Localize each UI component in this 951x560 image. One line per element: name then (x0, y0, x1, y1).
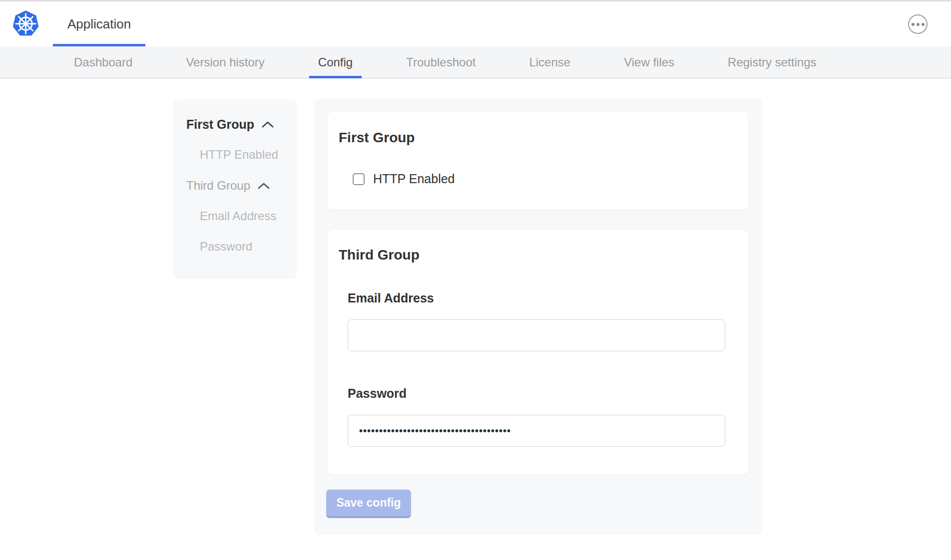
tab-version-history-label: Version history (186, 55, 264, 69)
save-config-button[interactable]: Save config (326, 490, 411, 518)
password-input[interactable] (348, 415, 725, 447)
config-form-panel: First Group HTTP Enabled Third Group Ema… (314, 99, 762, 535)
ellipsis-icon (912, 23, 925, 26)
config-group-card-third: Third Group Email Address Password (328, 230, 748, 475)
chevron-up-icon (257, 182, 271, 190)
sidebar-group-third-group-label: Third Group (186, 179, 250, 193)
tab-config[interactable]: Config (309, 46, 362, 78)
app-nav-bar: Dashboard Version history Config Trouble… (0, 46, 951, 78)
kubernetes-logo-icon (12, 10, 39, 37)
sidebar-item-email-address-label: Email Address (200, 209, 276, 223)
sidebar-item-http-enabled-label: HTTP Enabled (200, 148, 278, 162)
password-label: Password (348, 386, 407, 401)
chevron-up-icon (261, 120, 275, 129)
sidebar-group-third-group[interactable]: Third Group (186, 178, 271, 193)
tab-view-files[interactable]: View files (615, 46, 683, 78)
tab-version-history[interactable]: Version history (177, 46, 273, 78)
tab-dashboard-label: Dashboard (74, 55, 132, 69)
http-enabled-checkbox[interactable] (353, 173, 365, 185)
overflow-menu-button[interactable] (908, 14, 928, 34)
app-header: Application (0, 1, 951, 46)
email-address-label: Email Address (348, 291, 434, 305)
tab-config-label: Config (318, 55, 353, 69)
tab-view-files-label: View files (624, 55, 674, 69)
group-title-third: Third Group (339, 247, 420, 263)
sidebar-group-first-group[interactable]: First Group (186, 117, 275, 132)
config-nav-sidebar: First Group HTTP Enabled Third Group Ema… (173, 99, 297, 279)
sidebar-item-password[interactable]: Password (200, 239, 252, 254)
tab-license[interactable]: License (520, 46, 579, 78)
tab-troubleshoot-label: Troubleshoot (406, 55, 476, 69)
application-tab-label: Application (67, 16, 131, 32)
email-address-input[interactable] (348, 319, 725, 351)
sidebar-item-password-label: Password (200, 240, 252, 254)
group-title-first: First Group (339, 130, 415, 146)
http-enabled-checkbox-label[interactable]: HTTP Enabled (373, 172, 455, 186)
tab-registry-settings[interactable]: Registry settings (719, 46, 825, 78)
tab-license-label: License (529, 55, 570, 69)
tab-dashboard[interactable]: Dashboard (65, 46, 141, 78)
sidebar-item-http-enabled[interactable]: HTTP Enabled (200, 147, 278, 162)
tab-registry-settings-label: Registry settings (728, 55, 816, 69)
config-page-content: First Group HTTP Enabled Third Group Ema… (0, 78, 951, 560)
sidebar-item-email-address[interactable]: Email Address (200, 209, 276, 224)
application-tab[interactable]: Application (53, 1, 145, 46)
tab-troubleshoot[interactable]: Troubleshoot (397, 46, 484, 78)
config-group-card-first: First Group HTTP Enabled (328, 112, 748, 210)
sidebar-group-first-group-label: First Group (186, 117, 254, 132)
http-enabled-field: HTTP Enabled (353, 172, 455, 186)
